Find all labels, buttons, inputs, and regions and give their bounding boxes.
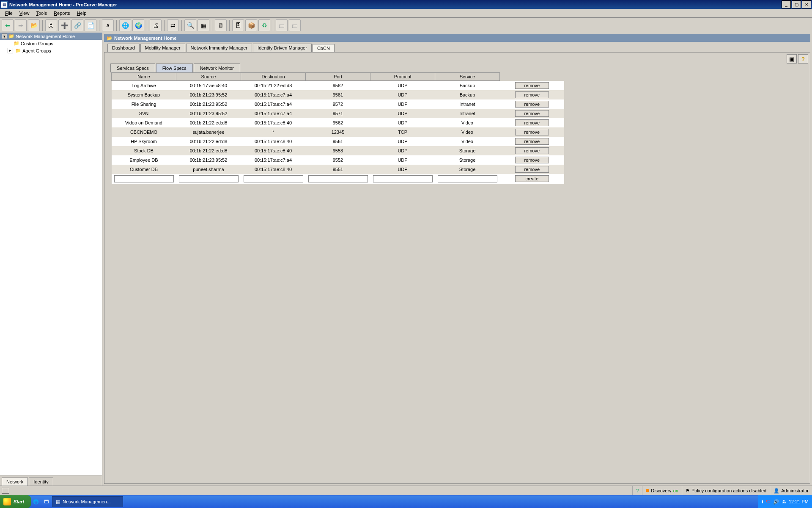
layout-icon[interactable]: ▣ bbox=[787, 54, 797, 64]
remove-button[interactable]: remove bbox=[515, 119, 549, 126]
status-help-icon[interactable]: ? bbox=[632, 486, 642, 495]
input-name[interactable] bbox=[114, 175, 174, 182]
forward-icon[interactable]: ➡ bbox=[15, 19, 27, 31]
auto-icon[interactable]: A bbox=[102, 19, 114, 31]
tray-sound-icon[interactable]: 🔊 bbox=[773, 499, 779, 505]
globe2-icon[interactable]: 🌍 bbox=[132, 19, 144, 31]
create-button[interactable]: create bbox=[515, 175, 549, 182]
tab-cbcn[interactable]: CbCN bbox=[313, 44, 335, 52]
back-icon[interactable]: ⬅ bbox=[2, 19, 14, 31]
recycle-icon[interactable]: ♻ bbox=[258, 19, 270, 31]
tab-identity[interactable]: Identity bbox=[29, 478, 53, 486]
toolbar-separator bbox=[229, 20, 230, 31]
device1-icon[interactable]: 🖴 bbox=[276, 19, 288, 31]
remove-button[interactable]: remove bbox=[515, 110, 549, 117]
globe1-icon[interactable]: 🌐 bbox=[119, 19, 131, 31]
tab-services-specs[interactable]: Services Specs bbox=[110, 64, 155, 72]
remove-button[interactable]: remove bbox=[515, 101, 549, 108]
topology-icon[interactable]: 🖧 bbox=[45, 19, 57, 31]
stack-icon[interactable]: 🗄 bbox=[232, 19, 244, 31]
start-button[interactable]: Start bbox=[0, 495, 31, 508]
menu-reports[interactable]: Reports bbox=[50, 10, 74, 17]
input-service[interactable] bbox=[438, 175, 497, 182]
system-tray[interactable]: ℹ 🛡 🔊 🖧 12:21 PM bbox=[758, 495, 812, 508]
remove-button[interactable]: remove bbox=[515, 166, 549, 173]
find-icon[interactable]: 🔍 bbox=[184, 19, 196, 31]
app-small-icon: ▦ bbox=[56, 499, 60, 505]
cell-source: 00:15:17:ae:c8:40 bbox=[176, 81, 241, 90]
tab-network-immunity-manager[interactable]: Network Immunity Manager bbox=[186, 44, 252, 52]
cell-name: Customer DB bbox=[112, 165, 176, 174]
taskbar-app-button[interactable]: ▦ Network Managemen... bbox=[52, 496, 123, 507]
tree-node-custom-groups[interactable]: 📁 Custom Groups bbox=[0, 40, 102, 47]
tab-flow-specs[interactable]: Flow Specs bbox=[156, 64, 193, 72]
folder-icon: 📂 bbox=[107, 36, 112, 41]
input-protocol[interactable] bbox=[373, 175, 433, 182]
remove-button[interactable]: remove bbox=[515, 157, 549, 163]
col-name[interactable]: Name bbox=[112, 73, 176, 81]
remove-button[interactable]: remove bbox=[515, 147, 549, 154]
input-dest[interactable] bbox=[244, 175, 303, 182]
link-icon[interactable]: 🔗 bbox=[71, 19, 83, 31]
tab-mobility-manager[interactable]: Mobility Manager bbox=[140, 44, 185, 52]
collapse-icon[interactable]: ▾ bbox=[2, 33, 7, 39]
remove-button[interactable]: remove bbox=[515, 129, 549, 135]
quick-launch-desktop-icon[interactable]: 🗔 bbox=[41, 497, 51, 506]
cell-service: Video bbox=[435, 127, 500, 137]
monitor-icon[interactable]: 🖥 bbox=[215, 19, 227, 31]
menu-help[interactable]: Help bbox=[74, 10, 90, 17]
app-icon: ▦ bbox=[1, 1, 8, 8]
input-source[interactable] bbox=[179, 175, 239, 182]
clock[interactable]: 12:21 PM bbox=[789, 499, 809, 504]
close-button[interactable]: ✕ bbox=[802, 0, 811, 8]
col-protocol[interactable]: Protocol bbox=[370, 73, 435, 81]
folder-open-icon[interactable]: 📂 bbox=[28, 19, 40, 31]
menu-file[interactable]: File bbox=[2, 10, 16, 17]
cell-protocol: UDP bbox=[370, 165, 435, 174]
maximize-button[interactable]: ▢ bbox=[792, 0, 801, 8]
cell-dest: 00:15:17:ae:c8:40 bbox=[241, 165, 306, 174]
add-node-icon[interactable]: ➕ bbox=[58, 19, 70, 31]
col-service[interactable]: Service bbox=[435, 73, 500, 81]
tab-network[interactable]: Network bbox=[2, 478, 28, 486]
tab-dashboard[interactable]: Dashboard bbox=[107, 44, 140, 52]
expand-icon[interactable]: ▸ bbox=[8, 48, 13, 53]
minimize-button[interactable]: _ bbox=[782, 0, 791, 8]
menu-tools[interactable]: Tools bbox=[33, 10, 50, 17]
remove-button[interactable]: remove bbox=[515, 82, 549, 89]
menu-view[interactable]: View bbox=[16, 10, 33, 17]
cell-dest: 00:15:17:ae:c7:a4 bbox=[241, 99, 306, 109]
tray-network-icon[interactable]: 🖧 bbox=[782, 499, 786, 504]
tree-node-label: Agent Groups bbox=[22, 48, 51, 53]
document-icon[interactable]: 📄 bbox=[85, 19, 96, 31]
tree-root[interactable]: ▾ 📁 Network Management Home bbox=[0, 33, 102, 40]
input-port[interactable] bbox=[308, 175, 368, 182]
tray-shield-icon[interactable]: 🛡 bbox=[766, 499, 771, 504]
tab-identity-driven-manager[interactable]: Identity Driven Manager bbox=[253, 44, 312, 52]
tray-info-icon[interactable]: ℹ bbox=[762, 499, 763, 505]
grid-icon[interactable]: ▦ bbox=[198, 19, 209, 31]
quick-launch-ie-icon[interactable]: 🌐 bbox=[31, 497, 41, 506]
package-icon[interactable]: 📦 bbox=[245, 19, 257, 31]
taskbar: Start 🌐 🗔 ▦ Network Managemen... ℹ 🛡 🔊 🖧… bbox=[0, 495, 812, 508]
toolbar-separator bbox=[147, 20, 147, 31]
cell-port: 9582 bbox=[306, 81, 370, 90]
col-source[interactable]: Source bbox=[176, 73, 241, 81]
remove-button[interactable]: remove bbox=[515, 138, 549, 145]
cell-service: Intranet bbox=[435, 109, 500, 118]
device2-icon[interactable]: 🖴 bbox=[289, 19, 301, 31]
connect-icon[interactable]: ⇄ bbox=[167, 19, 179, 31]
discovery-dot-icon bbox=[646, 489, 649, 492]
col-destination[interactable]: Destination bbox=[241, 73, 306, 81]
col-port[interactable]: Port bbox=[306, 73, 370, 81]
help-icon[interactable]: ? bbox=[798, 54, 808, 64]
remove-button[interactable]: remove bbox=[515, 91, 549, 98]
cell-port: 12345 bbox=[306, 127, 370, 137]
status-discovery[interactable]: Discovery on bbox=[642, 486, 682, 495]
cell-dest: 00:15:17:ae:c8:40 bbox=[241, 146, 306, 155]
navigation-tree[interactable]: ▾ 📁 Network Management Home 📁 Custom Gro… bbox=[0, 33, 102, 475]
tab-network-monitor[interactable]: Network Monitor bbox=[194, 64, 240, 72]
tree-node-agent-groups[interactable]: ▸ 📁 Agent Groups bbox=[0, 47, 102, 54]
print-icon[interactable]: 🖨 bbox=[150, 19, 162, 31]
cell-port: 9572 bbox=[306, 99, 370, 109]
